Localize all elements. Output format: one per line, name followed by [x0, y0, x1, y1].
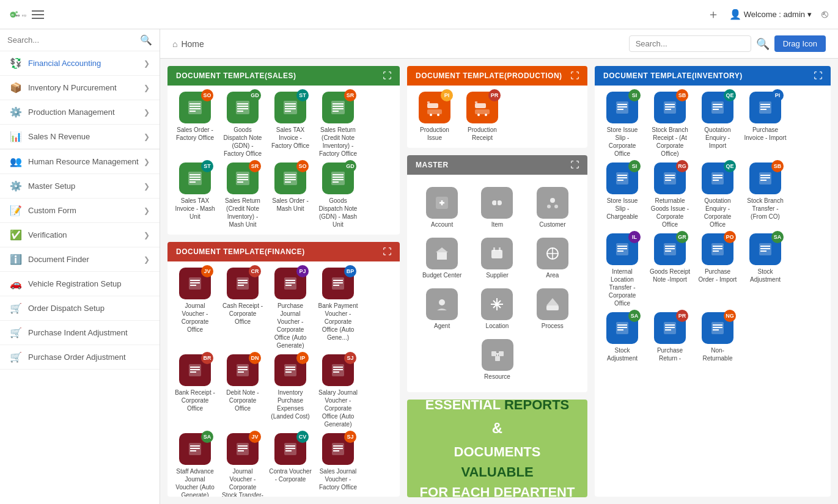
sidebar-search-input[interactable] — [7, 35, 140, 45]
sidebar-item-hr[interactable]: 👥 Human Resource Management ❯ — [0, 150, 160, 174]
master-expand-icon[interactable]: ⛶ — [570, 160, 579, 170]
sidebar-search-bar[interactable]: 🔍 — [0, 29, 160, 51]
list-item[interactable]: Area — [531, 238, 574, 279]
sidebar-item-financial-accounting[interactable]: 💱 Financial Accounting ❯ — [0, 51, 160, 76]
list-item[interactable]: RG Returnable Goods Issue - Corporate Of… — [649, 163, 691, 228]
list-item[interactable]: SA Staff Advance Journal Voucher (Auto G… — [174, 433, 216, 497]
svg-rect-22 — [333, 106, 344, 107]
list-item[interactable]: Location — [476, 288, 518, 329]
hamburger-menu[interactable] — [29, 8, 46, 21]
sidebar-item-custom-form[interactable]: 📝 Custom Form ❯ — [0, 199, 160, 223]
svg-rect-54 — [285, 280, 295, 281]
sidebar-item-verification[interactable]: ✅ Verification ❯ — [0, 223, 160, 247]
sidebar-item-vehicle[interactable]: 🚗 Vehicle Registration Setup — [0, 272, 160, 296]
main-search-input[interactable] — [629, 35, 751, 52]
svg-rect-41 — [333, 174, 344, 175]
badge: SI — [628, 89, 641, 101]
sidebar-item-production[interactable]: ⚙️ Production Management ❯ — [0, 100, 160, 125]
list-item[interactable]: Budget Center — [421, 238, 463, 279]
svg-rect-82 — [238, 445, 248, 447]
list-item[interactable]: Account — [421, 187, 463, 228]
production-expand-icon[interactable]: ⛶ — [570, 71, 579, 81]
sidebar-item-master-setup[interactable]: ⚙️ Master Setup ❯ — [0, 174, 160, 199]
sidebar-item-order-dispatch[interactable]: 🛒 Order Dispatch Setup — [0, 296, 160, 321]
list-item[interactable]: Process — [531, 288, 574, 329]
list-item[interactable]: BP Bank Payment Voucher - Corporate Offi… — [317, 268, 359, 349]
list-item[interactable]: QE Quotation Enquiry - Corporate Office — [696, 163, 739, 228]
doc-icon-svg — [186, 362, 204, 379]
sales-expand-icon[interactable]: ⛶ — [383, 71, 392, 81]
list-item[interactable]: CR Cash Receipt - Corporate Office — [221, 268, 264, 349]
list-item[interactable]: GR Goods Receipt Note -Import — [649, 233, 691, 307]
svg-text:erp: erp — [22, 13, 27, 16]
list-item[interactable]: SR Sales Return (Credit Note Inventory) … — [317, 92, 359, 158]
list-item[interactable]: Customer — [531, 187, 574, 228]
sidebar-item-purchase-order-adj[interactable]: 🛒 Purchase Order Adjustment — [0, 345, 160, 370]
list-item[interactable]: JV Journal Voucher - Corporate Office — [174, 268, 216, 349]
add-icon[interactable]: ＋ — [707, 6, 719, 23]
list-item[interactable]: IL Internal Location Transfer - Corporat… — [601, 233, 644, 307]
doc-icon: SA — [749, 233, 781, 265]
list-item[interactable]: PO Purchase Order - Import — [696, 233, 739, 307]
svg-point-113 — [485, 114, 487, 116]
list-item[interactable]: SI Store Issue Slip - Corporate Office — [601, 92, 644, 158]
list-item[interactable]: SB Stock Branch Transfer - (From CO) — [744, 163, 787, 228]
list-item[interactable]: ST Sales TAX Invoice - Factory Office — [269, 92, 312, 158]
finance-expand-icon[interactable]: ⛶ — [383, 247, 392, 257]
search-bar-right: 🔍 Drag Icon — [629, 35, 826, 52]
drag-icon-button[interactable]: Drag Icon — [774, 35, 826, 52]
doc-label: Salary Journal Voucher - Corporate Offic… — [317, 389, 359, 428]
user-menu[interactable]: 👤 Welcome : admin ▾ — [729, 9, 812, 20]
list-item[interactable]: SR Sales Return (Credit Note Inventory) … — [221, 163, 264, 228]
list-item[interactable]: PR Purchase Return - — [649, 312, 691, 362]
inventory-expand-icon[interactable]: ⛶ — [814, 71, 823, 81]
svg-rect-125 — [493, 247, 495, 251]
list-item[interactable]: PJ Purchase Journal Voucher - Corporate … — [269, 268, 312, 349]
list-item[interactable]: NG Non-Returnable — [696, 312, 739, 362]
list-item[interactable]: SO Sales Order - Mash Unit — [269, 163, 312, 228]
list-item[interactable]: SO Sales Order - Factory Office — [174, 92, 216, 158]
list-item[interactable]: Item — [476, 187, 518, 228]
list-item[interactable]: SI Store Issue Slip - Chargeable — [601, 163, 644, 228]
list-item[interactable]: SB Stock Branch Receipt - (At Corporate … — [649, 92, 691, 158]
list-item[interactable]: SA Stock Adjustment — [744, 233, 787, 307]
list-item[interactable]: PR Production Receipt — [461, 92, 504, 142]
list-item[interactable]: GD Goods Dispatch Note (GDN) - Mash Unit — [317, 163, 359, 228]
doc-label: Purchase Return - — [649, 346, 691, 362]
doc-label: Sales Order - Factory Office — [174, 126, 216, 142]
list-item[interactable]: BR Bank Receipt - Corporate Office — [174, 354, 216, 428]
list-item[interactable]: QE Quotation Enquiry - Import — [696, 92, 739, 158]
list-item[interactable]: PI Purchase Invoice - Import — [744, 92, 787, 158]
list-item[interactable]: Supplier — [476, 238, 518, 279]
list-item[interactable]: JV Journal Voucher - Corporate Stock Tra… — [221, 433, 264, 497]
sidebar-item-purchase-indent[interactable]: 🛒 Purchase Indent Adjustment — [0, 321, 160, 345]
svg-rect-28 — [189, 179, 200, 180]
list-item[interactable]: DN Debit Note - Corporate Office — [221, 354, 264, 428]
list-item[interactable]: SJ Sales Journal Voucher - Factory Offic… — [317, 433, 359, 497]
svg-marker-123 — [436, 247, 448, 252]
list-item[interactable]: SA Stock Adjustment — [601, 312, 644, 362]
logout-icon[interactable]: ⎋ — [821, 8, 828, 21]
hr-icon: 👥 — [10, 156, 22, 167]
list-item[interactable]: Resource — [476, 339, 519, 380]
table-icon — [282, 99, 299, 116]
production-panel: DOCUMENT TEMPLATE(PRODUCTION) ⛶ PI Produ… — [407, 66, 587, 148]
doc-icon-svg — [282, 362, 299, 379]
list-item[interactable]: IP Inventory Purchase Expenses (Landed C… — [269, 354, 312, 428]
list-item[interactable]: Agent — [421, 288, 463, 329]
list-item[interactable]: GD Goods Dispatch Note (GDN) - Factory O… — [221, 92, 264, 158]
master-icon: ⚙️ — [10, 180, 22, 192]
list-item[interactable]: ST Sales TAX Invoice - Mash Unit — [174, 163, 216, 228]
sidebar-item-document-finder[interactable]: ℹ️ Document Finder ❯ — [0, 247, 160, 272]
doc-icon: PI — [419, 92, 450, 123]
list-item[interactable]: CV Contra Voucher - Corporate — [269, 433, 312, 497]
doc-icon: CR — [227, 268, 259, 299]
sidebar-item-sales[interactable]: 📊 Sales N Revenue ❯ — [0, 125, 160, 149]
breadcrumb-bar: ⌂ Home 🔍 Drag Icon — [160, 29, 838, 59]
list-item[interactable]: PI Production Issue — [413, 92, 456, 142]
doc-label: Purchase Invoice - Import — [744, 126, 787, 142]
list-item[interactable]: SJ Salary Journal Voucher - Corporate Of… — [317, 354, 359, 428]
sidebar-item-inventory[interactable]: 📦 Inventory N Purcurement ❯ — [0, 76, 160, 100]
doc-label: Production Issue — [413, 126, 456, 142]
main-search-icon[interactable]: 🔍 — [756, 37, 770, 51]
